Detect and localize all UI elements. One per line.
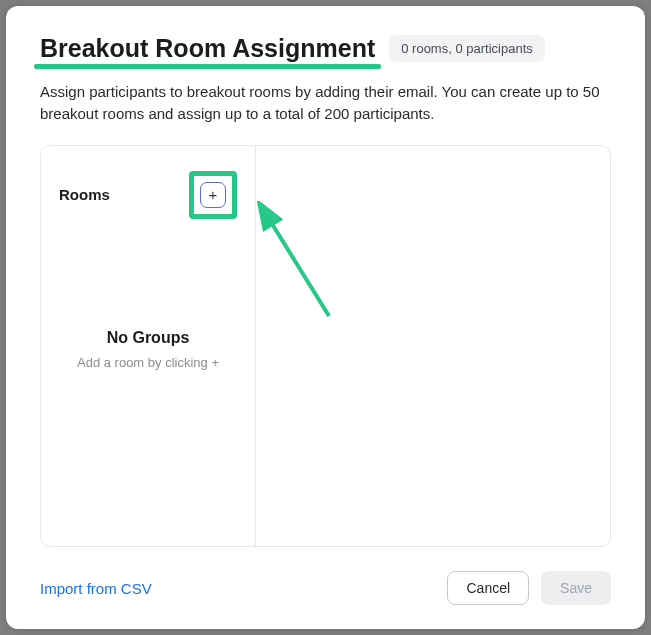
footer-buttons: Cancel Save [447,571,611,605]
modal-header: Breakout Room Assignment 0 rooms, 0 part… [40,34,611,63]
rooms-column: Rooms + No Groups Add a room by clicking… [41,146,256,547]
plus-icon: + [209,187,218,202]
participants-column [256,146,610,547]
rooms-header-row: Rooms + [59,171,237,219]
breakout-room-modal: Breakout Room Assignment 0 rooms, 0 part… [6,6,645,629]
import-csv-link[interactable]: Import from CSV [40,580,152,597]
modal-description: Assign participants to breakout rooms by… [40,81,611,125]
empty-state: No Groups Add a room by clicking + [59,329,237,370]
rooms-count-badge: 0 rooms, 0 participants [389,35,545,62]
modal-title: Breakout Room Assignment [40,34,375,63]
add-room-button[interactable]: + [200,182,226,208]
modal-footer: Import from CSV Cancel Save [40,571,611,605]
empty-state-subtext: Add a room by clicking + [59,355,237,370]
rooms-label: Rooms [59,186,110,203]
cancel-button[interactable]: Cancel [447,571,529,605]
add-room-highlight: + [189,171,237,219]
rooms-panel: Rooms + No Groups Add a room by clicking… [40,145,611,548]
empty-state-title: No Groups [59,329,237,347]
save-button: Save [541,571,611,605]
